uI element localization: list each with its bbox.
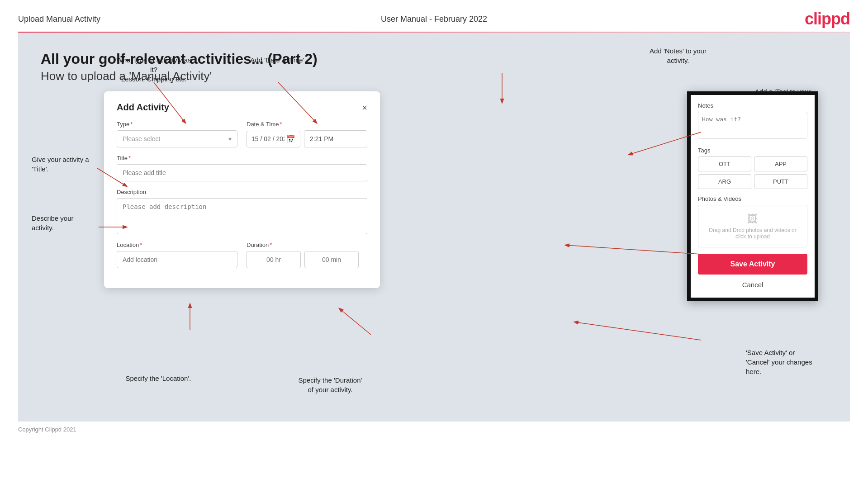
tags-section: Tags OTT APP ARG PUTT bbox=[698, 147, 807, 189]
notes-section-label: Notes bbox=[698, 102, 807, 109]
date-input-group[interactable]: 📅 bbox=[247, 131, 300, 147]
photos-section-label: Photos & Videos bbox=[698, 195, 807, 202]
svg-line-8 bbox=[565, 245, 701, 254]
type-datetime-row: Type* Please select ▾ Date & Time* 📅 bbox=[117, 121, 367, 147]
annotation-save-cancel: 'Save Activity' or 'Cancel' your changes… bbox=[746, 348, 845, 376]
duration-hr-input[interactable] bbox=[247, 251, 301, 268]
save-activity-button[interactable]: Save Activity bbox=[698, 254, 807, 275]
annotation-description: Describe your activity. bbox=[32, 213, 90, 232]
duration-min-input[interactable] bbox=[304, 251, 359, 268]
svg-line-9 bbox=[574, 322, 701, 340]
datetime-group: Date & Time* 📅 2:21 PM bbox=[247, 121, 367, 147]
description-textarea[interactable] bbox=[117, 198, 367, 234]
datetime-label: Date & Time* bbox=[247, 121, 367, 128]
location-duration-row: Location* Duration* bbox=[117, 242, 367, 268]
duration-label: Duration* bbox=[247, 242, 367, 248]
date-input[interactable] bbox=[251, 135, 285, 142]
modal-header: Add Activity × bbox=[117, 102, 367, 113]
type-select[interactable]: Please select ▾ bbox=[117, 130, 237, 147]
annotation-notes: Add 'Notes' to your activity. bbox=[633, 46, 723, 65]
location-input[interactable] bbox=[117, 251, 237, 268]
page-label: Upload Manual Activity bbox=[18, 14, 100, 24]
type-group: Type* Please select ▾ bbox=[117, 121, 237, 147]
phone-screen: Notes Tags OTT APP ARG PUTT Photos & Vid… bbox=[687, 91, 818, 301]
tag-putt[interactable]: PUTT bbox=[754, 174, 807, 189]
description-label: Description bbox=[117, 189, 367, 195]
description-group: Description bbox=[117, 189, 367, 234]
time-input[interactable]: 2:21 PM bbox=[304, 130, 367, 147]
title-group: Title* bbox=[117, 155, 367, 181]
modal-title: Add Activity bbox=[117, 102, 169, 113]
annotation-activity-type: What type of activity was it? Lesson, Ch… bbox=[113, 55, 194, 84]
phone-inner: Notes Tags OTT APP ARG PUTT Photos & Vid… bbox=[691, 95, 815, 298]
logo: clippd bbox=[805, 9, 850, 28]
type-label: Type* bbox=[117, 121, 237, 128]
duration-inputs bbox=[247, 251, 367, 268]
location-group: Location* bbox=[117, 242, 237, 268]
chevron-down-icon: ▾ bbox=[228, 135, 232, 142]
annotation-duration: Specify the 'Duration' of your activity. bbox=[285, 375, 375, 394]
calendar-icon: 📅 bbox=[286, 135, 295, 143]
tag-app[interactable]: APP bbox=[754, 156, 807, 171]
copyright: Copyright Clippd 2021 bbox=[18, 426, 76, 433]
phone-panel: Notes Tags OTT APP ARG PUTT Photos & Vid… bbox=[687, 91, 827, 301]
svg-line-5 bbox=[339, 308, 371, 335]
photos-hint: Drag and Drop photos and videos or click… bbox=[706, 227, 800, 240]
close-button[interactable]: × bbox=[362, 103, 367, 112]
annotation-datetime: Add 'Date & Time'. bbox=[240, 55, 317, 65]
tag-arg[interactable]: ARG bbox=[698, 174, 751, 189]
location-label: Location* bbox=[117, 242, 237, 248]
main-content: All your golf-relevant activities... (Pa… bbox=[18, 33, 850, 422]
photos-upload-area[interactable]: 🖼 Drag and Drop photos and videos or cli… bbox=[698, 205, 807, 247]
manual-label: User Manual - February 2022 bbox=[381, 14, 487, 24]
tags-section-label: Tags bbox=[698, 147, 807, 154]
photos-section: Photos & Videos 🖼 Drag and Drop photos a… bbox=[698, 195, 807, 247]
cancel-button[interactable]: Cancel bbox=[698, 279, 807, 290]
annotation-title: Give your activity a 'Title'. bbox=[32, 155, 95, 174]
duration-group: Duration* bbox=[247, 242, 367, 268]
title-input[interactable] bbox=[117, 164, 367, 181]
annotation-location: Specify the 'Location'. bbox=[122, 374, 194, 383]
upload-icon: 🖼 bbox=[706, 213, 800, 225]
tags-grid: OTT APP ARG PUTT bbox=[698, 156, 807, 189]
tag-ott[interactable]: OTT bbox=[698, 156, 751, 171]
notes-textarea[interactable] bbox=[698, 112, 807, 139]
footer: Copyright Clippd 2021 bbox=[0, 422, 868, 437]
add-activity-modal: Add Activity × Type* Please select ▾ Dat… bbox=[104, 91, 380, 288]
title-label: Title* bbox=[117, 155, 367, 161]
top-bar: Upload Manual Activity User Manual - Feb… bbox=[0, 0, 868, 32]
